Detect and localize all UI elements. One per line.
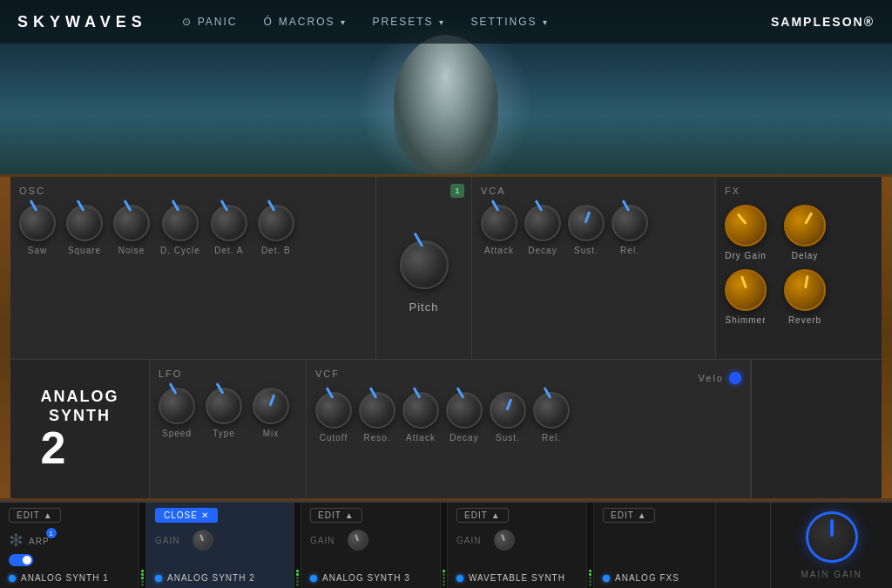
ch3-bar-5 (443, 584, 445, 586)
fx-reverb-knob[interactable] (784, 269, 826, 311)
ch1-arp-group: ✻ ARP 1 (9, 530, 130, 551)
osc-deta-knob[interactable] (211, 205, 247, 241)
fx-reverb-label: Reverb (788, 315, 821, 325)
fx-bottom-spacer (751, 360, 882, 498)
fx-row-2: Shimmer Reverb (725, 269, 873, 325)
vcf-rel-knob[interactable] (533, 392, 570, 429)
ch4-name: WAVETABLE SYNTH (469, 573, 565, 583)
synth-name-line1: ANALOG SYNTH (41, 388, 119, 425)
ch3-edit-row: EDIT ▲ (310, 508, 431, 523)
vcf-reso-knob[interactable] (359, 392, 395, 429)
panic-button[interactable]: ⊙ PANIC (182, 16, 238, 28)
vca-rel-knob[interactable] (612, 205, 648, 241)
ch4-level-bar (587, 503, 594, 588)
ch2-gain-knob[interactable] (193, 530, 213, 551)
vcf-reso-label: Reso. (363, 433, 390, 443)
ch1-edit-button[interactable]: EDIT ▲ (9, 508, 61, 523)
osc-square-knob[interactable] (66, 205, 103, 241)
macros-button[interactable]: Ó MACROS ▾ (263, 16, 346, 28)
osc-dcycle-label: D. Cycle (160, 246, 200, 255)
ch1-arp-toggle[interactable] (9, 554, 33, 566)
top-navigation: SKYWAVES ⊙ PANIC Ó MACROS ▾ PRESETS ▾ SE… (0, 0, 892, 44)
lfo-type-knob[interactable] (206, 388, 242, 424)
osc-deta-label: Det. A (214, 246, 243, 255)
lfo-speed-knob[interactable] (159, 388, 195, 424)
vcf-cutoff-knob[interactable] (315, 392, 352, 429)
ch4-edit-button[interactable]: EDIT ▲ (456, 508, 509, 523)
ch3-chevron-up-icon: ▲ (345, 510, 355, 520)
osc-noise-knob[interactable] (113, 205, 150, 241)
settings-button[interactable]: SETTINGS ▾ (471, 16, 549, 28)
vca-decay-knob[interactable] (524, 205, 561, 241)
fx-drygain-knob[interactable] (725, 205, 767, 247)
lfo-type-group: Type (206, 388, 242, 438)
ch4-chevron-up-icon: ▲ (491, 510, 501, 520)
main-gain-section: MAIN GAIN (770, 503, 892, 588)
pitch-badge: 1 (450, 184, 464, 198)
ch5-edit-button[interactable]: EDIT ▲ (603, 508, 655, 523)
ch1-name: ANALOG SYNTH 1 (21, 573, 109, 583)
osc-dcycle-group: D. Cycle (160, 205, 200, 255)
velo-toggle[interactable] (729, 372, 741, 384)
ch3-edit-button[interactable]: EDIT ▲ (310, 508, 362, 523)
osc-saw-knob[interactable] (19, 205, 56, 241)
synth-name-number: 2 (41, 425, 119, 470)
vca-rel-group: Rel. (612, 205, 648, 255)
vcf-attack-group: Attack (402, 392, 439, 443)
ch3-bar-1 (443, 570, 445, 572)
osc-dcycle-knob[interactable] (162, 205, 199, 241)
ch1-dot (9, 575, 16, 582)
osc-noise-label: Noise (118, 246, 145, 255)
vcf-label: VCF (315, 368, 340, 379)
synth-inner: OSC Saw Square Noise (10, 177, 882, 498)
vca-sust-group: Sust. (568, 205, 605, 255)
ch3-gain-knob[interactable] (348, 530, 368, 551)
fx-delay-knob[interactable] (784, 205, 826, 247)
osc-deta-group: Det. A (211, 205, 247, 255)
main-gain-knob[interactable] (806, 511, 858, 563)
ch2-close-button[interactable]: CLOSE ✕ (155, 508, 218, 523)
vca-attack-label: Attack (484, 246, 514, 255)
ch4-dot (456, 575, 463, 582)
synth-top-row: OSC Saw Square Noise (10, 177, 882, 359)
channel-analog-synth-3: EDIT ▲ GAIN ANALOG SYNTH 3 (301, 503, 441, 588)
synth-bottom-row: ANALOG SYNTH 2 LFO Speed Type (10, 359, 882, 498)
ch2-name: ANALOG SYNTH 2 (167, 573, 255, 583)
ch1-edit-label: EDIT (17, 510, 40, 520)
ch4-gain-knob[interactable] (494, 530, 515, 551)
osc-square-label: Square (68, 246, 101, 255)
vcf-attack-knob[interactable] (402, 392, 439, 429)
vca-sust-knob[interactable] (568, 205, 605, 241)
vcf-attack-label: Attack (406, 433, 436, 443)
vcf-decay-label: Decay (449, 433, 478, 443)
fx-delay-group: Delay (784, 205, 826, 260)
wood-panel-left (0, 177, 10, 498)
lfo-mix-knob[interactable] (253, 388, 289, 424)
panic-icon: ⊙ (182, 16, 193, 28)
ch2-close-label: CLOSE (164, 510, 198, 520)
osc-detb-group: Det. B (258, 205, 294, 255)
vcf-sust-group: Sust. (490, 392, 526, 443)
vcf-decay-knob[interactable] (446, 392, 483, 429)
vca-attack-knob[interactable] (481, 205, 517, 241)
ch5-edit-row: EDIT ▲ (603, 508, 706, 523)
lfo-speed-label: Speed (162, 429, 192, 438)
channel-analog-synth-1: EDIT ▲ ✻ ARP 1 ANALOG SYNTH 1 (0, 503, 139, 588)
vcf-sust-knob[interactable] (490, 392, 526, 429)
osc-section: OSC Saw Square Noise (10, 177, 376, 359)
vca-sust-label: Sust. (574, 246, 598, 255)
fx-shimmer-knob[interactable] (725, 269, 767, 311)
ch3-dot (310, 575, 317, 582)
ch1-bar-5 (141, 584, 144, 586)
presets-button[interactable]: PRESETS ▾ (373, 16, 445, 28)
ch4-bar-5 (589, 584, 591, 586)
osc-square-group: Square (66, 205, 103, 255)
ch1-arp-label: ARP (29, 537, 50, 546)
pitch-section: 1 Pitch (376, 177, 472, 359)
settings-chevron-icon: ▾ (543, 17, 549, 27)
vcf-cutoff-label: Cutoff (320, 433, 348, 443)
pitch-knob[interactable] (400, 240, 449, 289)
ch1-arp-num: 1 (46, 528, 57, 538)
osc-detb-knob[interactable] (258, 205, 294, 241)
vcf-header: VCF Velo (315, 368, 741, 388)
